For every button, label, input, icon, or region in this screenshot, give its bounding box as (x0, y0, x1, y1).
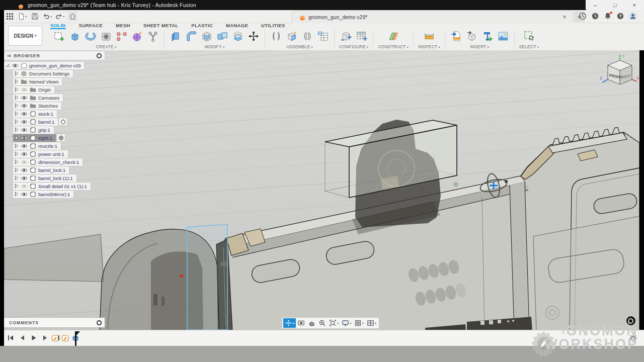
hole-icon[interactable] (100, 30, 113, 43)
collapsed-arrow-icon[interactable] (15, 103, 19, 108)
group-dropdown-assemble[interactable]: ASSEMBLE (286, 44, 313, 49)
ribbon-tab-solid[interactable]: SOLID (50, 23, 66, 29)
visibility-eye-icon[interactable] (21, 160, 28, 164)
grid-settings-icon[interactable]: ▾ (353, 318, 365, 328)
combine-icon[interactable] (216, 30, 229, 43)
sketch-feature-icon[interactable] (61, 334, 69, 342)
collapsed-arrow-icon[interactable] (15, 135, 19, 140)
configure-icon[interactable] (340, 30, 353, 43)
collapsed-arrow-icon[interactable] (15, 127, 19, 132)
collapsed-arrow-icon[interactable] (15, 159, 19, 164)
viewport-canvas[interactable]: «« BROWSER gnomon_gun_demo v29Document S… (0, 50, 644, 330)
visibility-eye-icon[interactable] (21, 120, 28, 124)
select-icon[interactable] (523, 30, 536, 43)
tree-item-dimension-check-1[interactable]: dimension_check:1 (13, 158, 110, 166)
insert-mesh-icon[interactable] (450, 30, 463, 43)
visibility-eye-icon[interactable] (21, 104, 28, 108)
visibility-eye-icon[interactable] (21, 96, 28, 100)
component-activation-circle-icon[interactable] (59, 118, 67, 125)
joint-icon[interactable] (270, 30, 283, 43)
tree-item-sketches[interactable]: Sketches (13, 102, 110, 110)
construction-plane-icon[interactable] (387, 30, 400, 43)
tree-item-stock-1[interactable]: stock:1 (13, 110, 110, 118)
zoom-icon[interactable] (317, 318, 328, 328)
measure-icon[interactable] (423, 30, 436, 43)
collapsed-arrow-icon[interactable] (15, 143, 19, 148)
visibility-eye-icon[interactable] (21, 144, 28, 148)
visibility-eye-icon[interactable] (21, 176, 28, 180)
form-icon[interactable] (131, 30, 144, 43)
redo-icon[interactable] (55, 12, 64, 21)
collapsed-arrow-icon[interactable] (15, 151, 19, 156)
collapsed-arrow-icon[interactable] (15, 184, 19, 189)
ribbon-tab-utilities[interactable]: UTILITIES (261, 23, 285, 29)
collapsed-arrow-icon[interactable] (15, 111, 19, 116)
revolve-icon[interactable] (84, 30, 97, 43)
tab-close-icon[interactable]: × (561, 14, 568, 21)
canvas-image-icon[interactable] (497, 30, 510, 43)
document-tab[interactable]: gnomon_gun_demo v29* × (292, 11, 573, 23)
sketch-plane-outline[interactable] (187, 224, 227, 330)
expanded-arrow-icon[interactable] (6, 63, 10, 68)
group-dropdown-configure[interactable]: CONFIGURE (339, 44, 368, 49)
gun-stock-rear[interactable] (4, 234, 104, 282)
tree-item-origin[interactable]: Origin (13, 85, 110, 94)
group-dropdown-inspect[interactable]: INSPECT (418, 44, 440, 49)
extrude-icon[interactable] (68, 30, 82, 43)
tree-item-canvases[interactable]: Canvases (13, 94, 110, 102)
tree-item-sight-1[interactable]: sight:1 (13, 134, 110, 142)
visibility-eye-icon[interactable] (21, 168, 28, 172)
view-cube[interactable]: Y X Z FRONT RIGHT (600, 52, 640, 93)
tree-item-gnomon-gun-demo-v29[interactable]: gnomon_gun_demo v29 (4, 61, 110, 69)
step-back-icon[interactable] (19, 334, 26, 341)
collapsed-arrow-icon[interactable] (15, 95, 19, 100)
ribbon-tab-mesh[interactable]: MESH (116, 23, 130, 29)
visibility-eye-icon[interactable] (21, 192, 28, 197)
timeline-playhead[interactable] (74, 331, 80, 346)
collapsed-arrow-icon[interactable] (15, 175, 19, 180)
orbit-icon[interactable]: ▾ (283, 318, 296, 328)
collapsed-arrow-icon[interactable] (15, 192, 19, 197)
new-component-icon[interactable] (285, 30, 298, 43)
component-activation-radio-icon[interactable] (57, 134, 65, 141)
configuration-table-icon[interactable] (355, 30, 368, 43)
offset-face-icon[interactable] (231, 30, 245, 43)
create-sketch-icon[interactable] (53, 30, 66, 43)
ribbon-tab-sheet-metal[interactable]: SHEET METAL (143, 23, 179, 29)
tree-item-barrel-1[interactable]: barrel:1 (13, 118, 110, 126)
group-dropdown-construct[interactable]: CONSTRUCT (378, 44, 409, 49)
collapsed-arrow-icon[interactable] (15, 71, 19, 76)
group-dropdown-insert[interactable]: INSERT (470, 44, 489, 49)
comments-options-icon[interactable] (97, 320, 102, 325)
browser-panel-header[interactable]: «« BROWSER (4, 51, 105, 60)
tree-item-document-settings[interactable]: Document Settings (13, 69, 110, 77)
fillet-icon[interactable] (185, 30, 198, 43)
pan-icon[interactable] (306, 318, 317, 328)
profile-avatar[interactable] (629, 12, 637, 20)
ribbon-tab-manage[interactable]: MANAGE (226, 23, 248, 29)
extensions-icon[interactable] (579, 12, 587, 20)
collapsed-arrow-icon[interactable] (15, 119, 19, 124)
shell-icon[interactable] (200, 30, 213, 43)
close-button[interactable]: × (629, 0, 639, 10)
tree-item-named-views[interactable]: Named Views (13, 77, 110, 85)
collapse-panel-icon[interactable]: «« (7, 53, 11, 58)
visibility-eye-icon[interactable] (21, 112, 28, 116)
tree-item-power-unit-1[interactable]: power unit:1 (13, 150, 110, 158)
tree-item-barrel-mirror-1[interactable]: barrel(Mirror):1 (13, 190, 110, 198)
look-at-icon[interactable] (296, 318, 306, 328)
skip-start-icon[interactable] (7, 334, 14, 341)
ribbon-tab-surface[interactable]: SURFACE (79, 23, 103, 29)
bom-icon[interactable] (316, 30, 330, 43)
visibility-eye-icon[interactable] (21, 184, 28, 189)
file-icon[interactable] (18, 12, 27, 21)
visibility-eye-icon[interactable] (21, 87, 28, 92)
home-icon[interactable] (68, 12, 77, 21)
tree-item-grip-1[interactable]: grip:1 (13, 126, 110, 134)
fit-icon[interactable]: ▾ (328, 318, 340, 328)
help-icon[interactable]: ? (616, 12, 624, 20)
notifications-icon[interactable] (604, 12, 612, 20)
comments-bar[interactable]: COMMENTS (4, 318, 105, 327)
tree-item-barrel-lock-1-1[interactable]: barrel_lock (1):1 (13, 174, 110, 182)
save-icon[interactable] (30, 12, 39, 21)
